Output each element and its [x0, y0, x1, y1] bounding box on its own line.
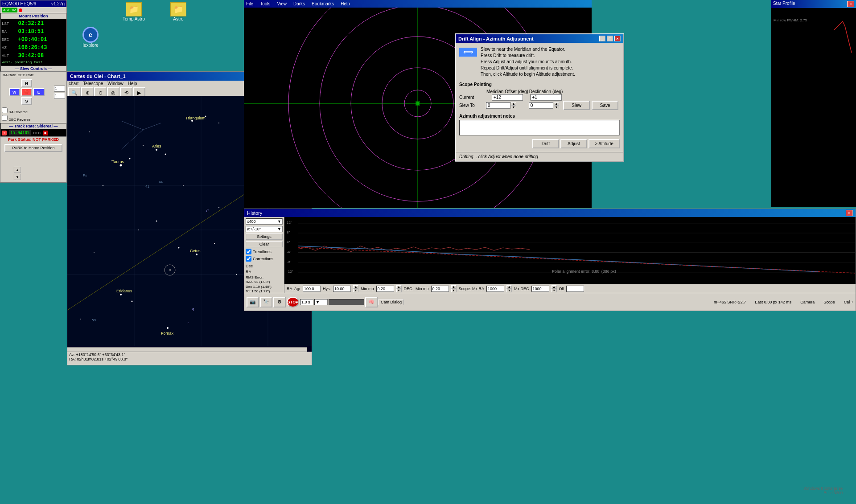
- exposure-input[interactable]: [300, 299, 313, 305]
- ascom-btn[interactable]: ASCOM: [2, 8, 17, 12]
- svg-point-15: [165, 154, 166, 155]
- north-btn[interactable]: N: [21, 79, 32, 87]
- off-input[interactable]: [566, 286, 584, 292]
- astro-icon[interactable]: 📁 Astro: [165, 2, 192, 21]
- track-indicator[interactable]: T: [2, 131, 7, 135]
- menu-bookmarks[interactable]: Bookmarks: [312, 1, 334, 6]
- svg-text:ι: ι: [188, 320, 189, 324]
- dec-reverse-checkbox[interactable]: [2, 115, 8, 121]
- menu-help[interactable]: Help: [128, 81, 137, 86]
- svg-point-36: [183, 185, 184, 186]
- x-scale-dropdown[interactable]: x400 ▼: [246, 218, 283, 225]
- declination-spin-down[interactable]: ▼: [554, 106, 559, 109]
- dec-min-mo-input[interactable]: [431, 286, 449, 292]
- svg-text:Triangulum: Triangulum: [185, 116, 206, 120]
- west-btn[interactable]: W: [9, 88, 20, 96]
- dec-rate-input[interactable]: [54, 93, 65, 99]
- adjust-btn[interactable]: Adjust: [560, 139, 587, 148]
- mx-dec-down[interactable]: ▼: [551, 289, 557, 292]
- mx-dec-input[interactable]: [531, 286, 549, 292]
- hys-spin-down[interactable]: ▼: [353, 289, 358, 292]
- mx-dec-up[interactable]: ▲: [551, 285, 557, 289]
- slew-btn[interactable]: Slew: [563, 101, 590, 110]
- meridian-slew-input[interactable]: 0: [486, 102, 510, 109]
- settings-btn[interactable]: Settings: [246, 234, 283, 240]
- camera-btn[interactable]: 📷: [247, 297, 259, 307]
- mx-ra-spinner: ▲ ▼: [506, 285, 512, 292]
- declination-spin-up[interactable]: ▲: [554, 102, 559, 106]
- mx-ra-up[interactable]: ▲: [506, 285, 512, 289]
- ra-reverse-checkbox[interactable]: [2, 107, 8, 113]
- scroll-up[interactable]: ▲: [14, 167, 21, 173]
- svg-point-18: [129, 158, 131, 160]
- star-profile-svg: Min row FWHM: 2.75: [771, 8, 856, 207]
- corrections-checkbox[interactable]: [246, 256, 251, 262]
- meridian-spin-down[interactable]: ▼: [511, 106, 516, 109]
- scroll-down[interactable]: ▼: [14, 174, 21, 180]
- declination-current-input[interactable]: +1: [531, 94, 562, 101]
- meridian-current-input[interactable]: +12: [492, 94, 523, 101]
- temp-astro-icon[interactable]: 📁 Temp Astro: [120, 2, 147, 21]
- menu-help2[interactable]: Help: [341, 1, 350, 6]
- menu-view[interactable]: View: [277, 1, 287, 6]
- drift-minimize[interactable]: _: [599, 36, 605, 41]
- svg-rect-70: [284, 217, 856, 292]
- dec-min-mo-up[interactable]: ▲: [451, 285, 457, 289]
- ra-rate-input[interactable]: [54, 86, 65, 92]
- save-btn[interactable]: Save: [592, 101, 618, 110]
- history-close[interactable]: ×: [846, 210, 853, 216]
- stop-guide-btn[interactable]: STOP: [287, 297, 299, 307]
- dec-min-mo-down[interactable]: ▼: [451, 289, 457, 292]
- clear-btn[interactable]: Clear: [246, 241, 283, 247]
- progress-bar: [329, 299, 364, 305]
- ra-label: RA: [246, 270, 283, 274]
- ra-min-mo-down[interactable]: ▼: [396, 289, 402, 292]
- menu-chart[interactable]: chart: [69, 81, 78, 86]
- meridian-spinner: ▲ ▼: [511, 102, 516, 109]
- south-btn[interactable]: S: [21, 97, 32, 105]
- trendlines-checkbox[interactable]: [246, 249, 251, 254]
- guide-btn[interactable]: 🔭: [260, 297, 272, 307]
- ra-min-mo-up[interactable]: ▲: [396, 285, 402, 289]
- east-btn[interactable]: E: [33, 88, 44, 96]
- star-profile-panel: Star Profile × Min row FWHM: 2.75: [771, 0, 856, 207]
- star-profile-close[interactable]: ×: [847, 1, 854, 7]
- menu-file[interactable]: File: [246, 1, 253, 6]
- hys-spin-up[interactable]: ▲: [353, 285, 358, 289]
- drift-maximize[interactable]: □: [607, 36, 613, 41]
- svg-rect-67: [416, 102, 419, 105]
- ra-agr-input[interactable]: [303, 286, 321, 292]
- stop-btn[interactable]: ⛔: [21, 88, 32, 96]
- drift-btn[interactable]: Drift: [532, 139, 559, 148]
- declination-slew-input[interactable]: 0: [529, 102, 553, 109]
- svg-point-21: [196, 254, 198, 255]
- ra-min-mo-input[interactable]: [376, 286, 394, 292]
- menu-tools[interactable]: Tools: [260, 1, 270, 6]
- cam-dialog-btn[interactable]: Cam Dialog: [379, 299, 404, 305]
- mx-ra-input[interactable]: [486, 286, 504, 292]
- svg-point-37: [218, 207, 219, 208]
- slew-controls-header: — Slew Controls —: [0, 66, 66, 72]
- mx-dec-spinner: ▲ ▼: [551, 285, 557, 292]
- drift-close[interactable]: ×: [614, 36, 621, 41]
- menu-darks[interactable]: Darks: [293, 1, 305, 6]
- brain-btn[interactable]: 🧠: [365, 297, 378, 307]
- park-btn[interactable]: PARK to Home Position: [4, 144, 62, 152]
- trendlines-row: Trendlines: [246, 249, 283, 254]
- altitude-btn[interactable]: > Altitude: [588, 139, 620, 148]
- menu-telescope[interactable]: Telescope: [83, 81, 103, 86]
- y-scale-dropdown[interactable]: y:+/-16" ▼: [246, 226, 283, 232]
- azimuth-notes-box[interactable]: [459, 120, 620, 135]
- settings-tool-btn[interactable]: ⚙: [273, 297, 286, 307]
- svg-text:-4": -4": [287, 250, 291, 254]
- exposure-dropdown[interactable]: ▼: [314, 299, 328, 305]
- hys-input[interactable]: [333, 286, 351, 292]
- cartes-scrollbar-h[interactable]: [67, 347, 307, 352]
- mx-ra-down[interactable]: ▼: [506, 289, 512, 292]
- dec-track-indicator[interactable]: ■: [43, 131, 48, 135]
- history-chart-svg: 12" 8" 4" -4" -9" -12" Polar al: [284, 217, 856, 292]
- iexplore-icon[interactable]: e Iexplore: [82, 27, 99, 48]
- menu-window[interactable]: Window: [107, 81, 123, 86]
- svg-text:Min row FWHM: 2.75: Min row FWHM: 2.75: [774, 18, 807, 22]
- meridian-spin-up[interactable]: ▲: [511, 102, 516, 106]
